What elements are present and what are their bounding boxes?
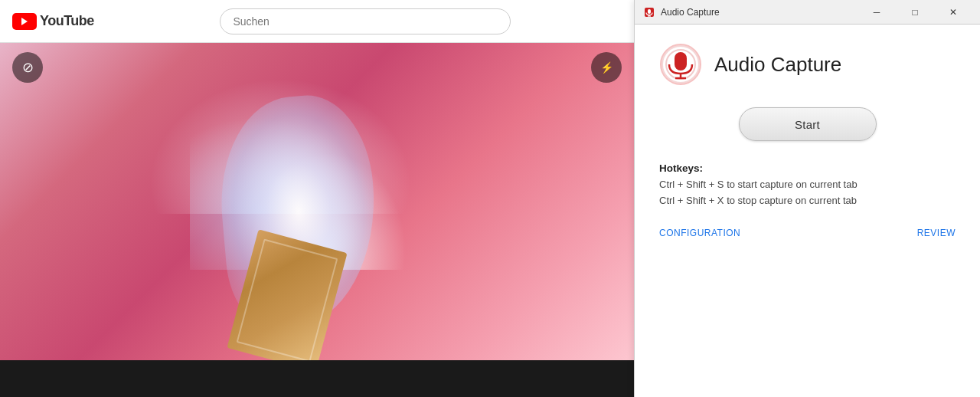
svg-rect-1	[648, 9, 651, 14]
hotkey-line-1: Ctrl + Shift + S to start capture on cur…	[659, 177, 956, 193]
youtube-header: YouTube	[0, 0, 634, 43]
restore-button[interactable]: □	[897, 0, 933, 25]
start-button[interactable]: Start	[739, 107, 877, 141]
configuration-link[interactable]: CONFIGURATION	[659, 228, 740, 238]
close-button[interactable]: ✕	[936, 0, 971, 25]
search-input[interactable]	[220, 8, 511, 34]
youtube-logo-icon	[12, 13, 37, 30]
youtube-logo-text: YouTube	[40, 13, 94, 29]
microphone-icon	[659, 43, 702, 86]
video-bottom-bar	[0, 360, 634, 397]
app-content: Audio Capture Start Hotkeys: Ctrl + Shif…	[635, 25, 980, 397]
video-icon-right[interactable]: ⚡	[591, 52, 622, 83]
audio-capture-panel: Audio Capture ─ □ ✕	[634, 0, 980, 397]
footer-links: CONFIGURATION REVIEW	[659, 228, 956, 238]
svg-point-4	[662, 46, 699, 83]
video-container[interactable]: ⊘ ⚡	[0, 43, 634, 397]
review-link[interactable]: REVIEW	[917, 228, 956, 238]
app-header: Audio Capture	[659, 43, 956, 86]
search-wrapper	[109, 8, 622, 34]
compass-icon: ⊘	[22, 59, 34, 76]
titlebar-buttons: ─ □ ✕	[859, 0, 971, 25]
hotkeys-label: Hotkeys:	[659, 162, 956, 174]
minimize-button[interactable]: ─	[859, 0, 894, 25]
hotkeys-section: Hotkeys: Ctrl + Shift + S to start captu…	[659, 162, 956, 209]
video-overlay: ⊘ ⚡	[0, 43, 634, 397]
youtube-logo[interactable]: YouTube	[12, 13, 94, 30]
app-title: Audio Capture	[714, 53, 841, 77]
video-icon-left[interactable]: ⊘	[12, 52, 43, 83]
svg-point-5	[666, 50, 695, 79]
svg-rect-6	[675, 52, 687, 71]
titlebar-app-icon	[644, 7, 655, 18]
hotkey-line-2: Ctrl + Shift + X to stop capture on curr…	[659, 193, 956, 209]
caption-icon: ⚡	[600, 61, 613, 74]
titlebar: Audio Capture ─ □ ✕	[635, 0, 980, 25]
mic-svg	[661, 44, 701, 84]
titlebar-title: Audio Capture	[661, 7, 853, 18]
youtube-panel: YouTube ⊘ ⚡	[0, 0, 634, 397]
